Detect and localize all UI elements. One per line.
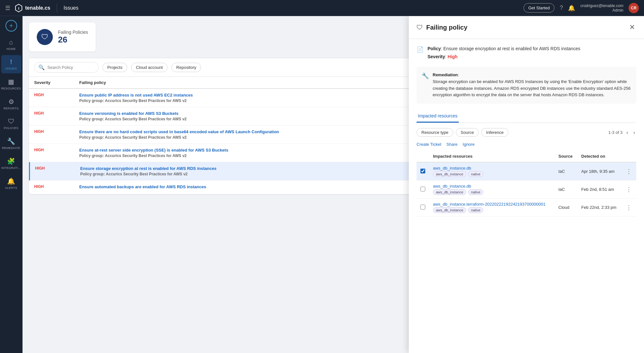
row-menu-cell[interactable]: ⋮	[622, 162, 636, 181]
sidebar-item-label: ALERTS	[5, 186, 17, 190]
nav-right: Get Started ? 🔔 crodriguez@tenable.com A…	[524, 3, 639, 13]
source-value: IaC	[558, 169, 565, 174]
col-actions-header	[622, 151, 636, 162]
issues-icon: !	[10, 58, 12, 66]
col-checkbox-header	[417, 151, 429, 162]
pagination-text: 1-3 of 3	[608, 130, 622, 135]
policies-icon: 🛡	[8, 118, 14, 125]
sidebar-item-label: REMEDIATE	[2, 146, 20, 150]
chip-resource-type[interactable]: Resource type	[417, 128, 453, 137]
resource-tag: native	[468, 207, 483, 213]
sidebar-item-label: RESOURCES	[1, 87, 21, 90]
alerts-icon: 🔔	[7, 177, 15, 185]
row-checkbox-cell[interactable]	[417, 181, 429, 199]
detected-on-value: Feb 22nd, 2:33 pm	[581, 205, 616, 210]
integrations-icon: 🧩	[7, 157, 15, 165]
create-ticket-link[interactable]: Create Ticket	[417, 142, 441, 147]
detail-severity-text: Severity: High	[428, 53, 580, 60]
row-menu-icon[interactable]: ⋮	[626, 204, 632, 211]
policy-value: Ensure storage encryption at rest is ena…	[443, 46, 580, 51]
search-icon: 🔍	[38, 64, 45, 70]
row-checkbox[interactable]	[420, 169, 425, 173]
pagination-next-button[interactable]: ›	[632, 129, 636, 136]
resource-cell: aws_db_instance.terraform-20220222192242…	[429, 199, 554, 217]
pagination-prev-button[interactable]: ‹	[625, 129, 629, 136]
tab-impacted-resources[interactable]: Impacted resources	[417, 110, 459, 123]
resources-table: Impacted resources Source Detected on aw…	[417, 151, 636, 217]
filter-cloud-account-button[interactable]: Cloud account	[131, 63, 168, 72]
logo-icon: t	[14, 4, 23, 13]
bell-icon[interactable]: 🔔	[568, 5, 575, 12]
detail-close-button[interactable]: ✕	[628, 22, 636, 33]
sidebar-item-issues[interactable]: ! ISSUES	[1, 55, 21, 73]
share-link[interactable]: Share	[447, 142, 458, 147]
remediate-icon: 🔧	[7, 137, 15, 145]
user-email: crodriguez@tenable.com	[580, 4, 623, 8]
detail-body: 📄 Policy: Ensure storage encryption at r…	[409, 39, 644, 353]
resources-icon: ▦	[8, 78, 14, 86]
search-input[interactable]	[47, 65, 86, 70]
user-role: Admin	[580, 8, 623, 13]
sidebar-item-label: POLICIES	[4, 126, 19, 130]
detected-cell: Feb 2nd, 8:51 am	[577, 181, 622, 199]
detail-tabs: Impacted resources	[417, 110, 636, 123]
remediation-section: 🔧 Remediation: Storage encryption can be…	[417, 67, 636, 104]
row-menu-cell[interactable]: ⋮	[622, 199, 636, 217]
severity-label: Severity	[428, 54, 445, 59]
row-menu-cell[interactable]: ⋮	[622, 181, 636, 199]
resource-tag: native	[468, 171, 483, 177]
sidebar-item-reports[interactable]: ⚙ REPORTS	[1, 95, 21, 113]
resources-table-header: Impacted resources Source Detected on	[417, 151, 636, 162]
sidebar-item-remediate[interactable]: 🔧 REMEDIATE	[1, 134, 21, 153]
hamburger-icon[interactable]: ☰	[5, 5, 10, 12]
remediation-title: Remediation:	[433, 72, 631, 79]
severity-badge: HIGH	[35, 166, 45, 171]
sidebar-item-resources[interactable]: ▦ RESOURCES	[1, 75, 21, 93]
user-details: crodriguez@tenable.com Admin	[580, 4, 623, 13]
source-value: IaC	[558, 187, 565, 192]
sidebar-add-button[interactable]: +	[5, 20, 17, 32]
sidebar-item-alerts[interactable]: 🔔 ALERTS	[1, 174, 21, 193]
detail-policy-info: 📄 Policy: Ensure storage encryption at r…	[417, 45, 636, 60]
detail-panel: 🛡 Failing policy ✕ 📄 Policy: Ensure stor…	[409, 16, 644, 353]
detected-on-value: Apr 18th, 9:35 am	[581, 169, 614, 174]
resource-tags: aws_db_instance native	[433, 171, 551, 177]
resource-filters: Resource type Source Inference 1-3 of 3 …	[417, 128, 636, 137]
source-cell: IaC	[554, 162, 577, 181]
row-checkbox[interactable]	[420, 187, 425, 191]
search-box[interactable]: 🔍	[34, 62, 99, 73]
detail-title: Failing policy	[426, 24, 628, 31]
row-checkbox[interactable]	[420, 205, 425, 209]
avatar[interactable]: CR	[629, 3, 639, 13]
severity-badge: HIGH	[34, 148, 44, 152]
row-checkbox-cell[interactable]	[417, 199, 429, 217]
resource-tag: aws_db_instance	[433, 189, 466, 195]
get-started-button[interactable]: Get Started	[524, 3, 554, 13]
filter-repository-button[interactable]: Repository	[171, 63, 201, 72]
row-menu-icon[interactable]: ⋮	[626, 168, 632, 175]
sidebar-item-home[interactable]: ⌂ HOME	[1, 35, 21, 54]
sidebar-item-label: HOME	[6, 47, 16, 51]
col-severity-header[interactable]: Severity	[34, 80, 79, 85]
stats-value: 26	[58, 35, 88, 45]
policy-label: Policy	[428, 46, 441, 51]
resource-name[interactable]: aws_db_instance.terraform-20220222192242…	[433, 202, 551, 207]
ignore-link[interactable]: Ignore	[463, 142, 475, 147]
chip-source[interactable]: Source	[456, 128, 479, 137]
sidebar-item-label: REPORTS	[4, 107, 19, 110]
sidebar-item-policies[interactable]: 🛡 POLICIES	[1, 115, 21, 133]
row-checkbox-cell[interactable]	[417, 162, 429, 181]
resource-tags: aws_db_instance native	[433, 189, 551, 195]
chip-inference[interactable]: Inference	[481, 128, 508, 137]
logo: t tenable.cs	[14, 4, 50, 13]
row-menu-icon[interactable]: ⋮	[626, 186, 632, 193]
help-icon[interactable]: ?	[560, 5, 563, 11]
resource-name[interactable]: aws_db_instance.db	[433, 166, 551, 171]
stats-card: 🛡 Failing Policies 26	[29, 23, 96, 51]
resource-name[interactable]: aws_db_instance.db	[433, 184, 551, 189]
sidebar-item-integrations[interactable]: 🧩 INTEGRATI...	[1, 154, 21, 173]
detected-cell: Apr 18th, 9:35 am	[577, 162, 622, 181]
action-links: Create Ticket Share Ignore	[417, 142, 636, 147]
filter-projects-button[interactable]: Projects	[102, 63, 127, 72]
logo-text: tenable.cs	[25, 5, 50, 11]
